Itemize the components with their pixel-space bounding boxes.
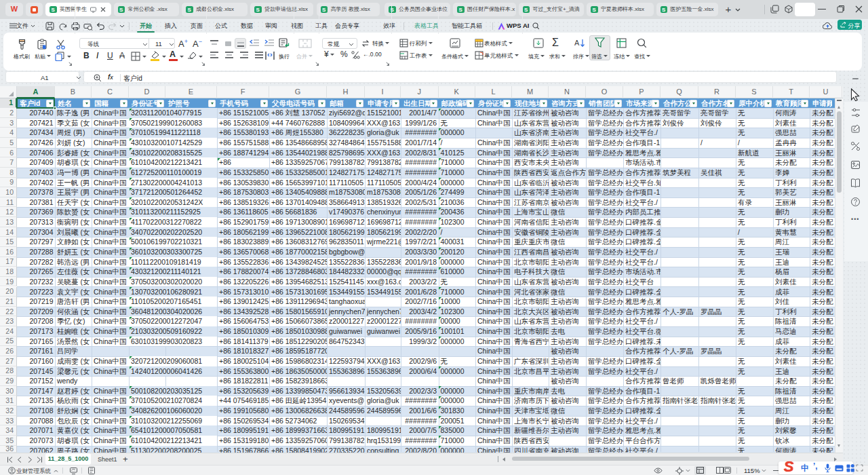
svg-text:A: A [574,39,580,47]
